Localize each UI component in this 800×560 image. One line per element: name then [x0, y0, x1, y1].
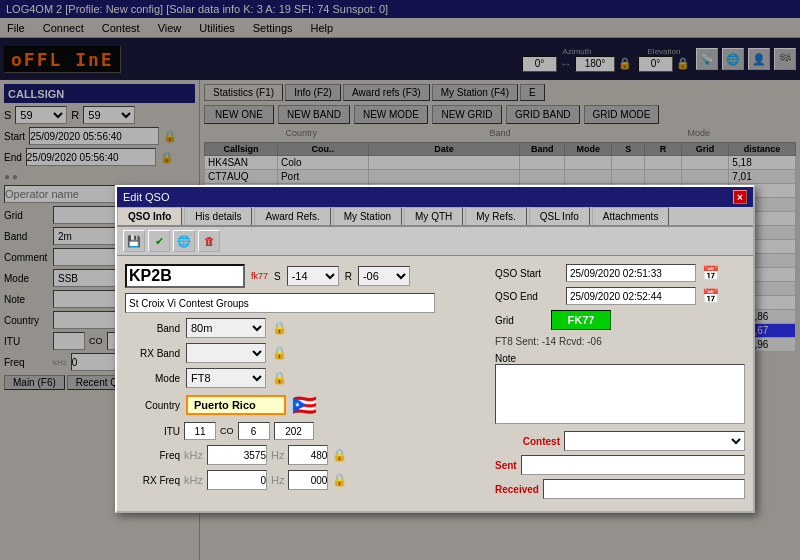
modal-content: fk77 S -14 R -06 Band 80m 🔒: [125, 264, 745, 503]
modal-left-col: fk77 S -14 R -06 Band 80m 🔒: [125, 264, 485, 503]
modal-sent-row: Sent: [495, 455, 745, 475]
qso-start-calendar[interactable]: 📅: [702, 265, 719, 281]
modal-mode-lock: 🔒: [272, 371, 287, 385]
modal-co-label: CO: [220, 426, 234, 436]
modal-r-label: R: [345, 271, 352, 282]
modal-grid-value: FK77: [551, 310, 611, 330]
qso-end-label: QSO End: [495, 291, 560, 302]
modal-itu-label: ITU: [125, 426, 180, 437]
modal-rxfreq-hz-input[interactable]: [288, 470, 328, 490]
modal-rxfreq-hz-unit: Hz: [271, 474, 284, 486]
modal-band-select[interactable]: 80m: [186, 318, 266, 338]
modal-band-lock: 🔒: [272, 321, 287, 335]
modal-rxfreq-khz-input[interactable]: [207, 470, 267, 490]
modal-tab-qth[interactable]: My QTH: [404, 207, 463, 225]
modal-mode-select[interactable]: FT8: [186, 368, 266, 388]
modal-tab-his[interactable]: His details: [184, 207, 252, 225]
modal-sent-input[interactable]: [521, 455, 745, 475]
modal-callsign-row: fk77 S -14 R -06: [125, 264, 485, 288]
modal-co-input[interactable]: [238, 422, 270, 440]
modal-note-row: Note: [495, 352, 745, 426]
modal-itu-row: ITU CO: [125, 422, 485, 440]
modal-title-bar: Edit QSO ×: [117, 187, 753, 207]
modal-body: fk77 S -14 R -06 Band 80m 🔒: [117, 256, 753, 511]
modal-contest-select[interactable]: [564, 431, 745, 451]
modal-freq-unit: kHz: [184, 449, 203, 461]
modal-rxfreq-unit: kHz: [184, 474, 203, 486]
modal-r-select[interactable]: -06: [358, 266, 410, 286]
modal-note-textarea[interactable]: [495, 364, 745, 424]
modal-close-btn[interactable]: ×: [733, 190, 747, 204]
modal-received-input[interactable]: [543, 479, 745, 499]
qso-start-row: QSO Start 📅: [495, 264, 745, 282]
modal-tab-award[interactable]: Award Refs.: [254, 207, 330, 225]
modal-country-row-label: Country: [125, 400, 180, 411]
pr-flag-icon: 🇵🇷: [292, 393, 317, 417]
modal-right-col: QSO Start 📅 QSO End 📅 Grid FK77: [495, 264, 745, 503]
modal-tab-qso[interactable]: QSO Info: [117, 207, 182, 225]
modal-contest-row: Contest: [495, 431, 745, 451]
modal-rxfreq-label: RX Freq: [125, 475, 180, 486]
modal-freq-label: Freq: [125, 450, 180, 461]
modal-save-btn[interactable]: 💾: [123, 230, 145, 252]
modal-mode-row: Mode FT8 🔒: [125, 368, 485, 388]
modal-tabs: QSO Info His details Award Refs. My Stat…: [117, 207, 753, 227]
modal-note-label: Note: [495, 353, 516, 364]
qso-start-input[interactable]: [566, 264, 696, 282]
callsign-note: fk77: [251, 271, 268, 281]
qso-end-input[interactable]: [566, 287, 696, 305]
modal-tab-myrefs[interactable]: My Refs.: [465, 207, 526, 225]
modal-mode-label: Mode: [125, 373, 180, 384]
edit-qso-modal: Edit QSO × QSO Info His details Award Re…: [115, 185, 755, 513]
modal-cq-input[interactable]: [274, 422, 314, 440]
modal-rxband-label: RX Band: [125, 348, 180, 359]
modal-delete-btn[interactable]: 🗑: [198, 230, 220, 252]
modal-comment-text: FT8 Sent: -14 Rcvd: -06: [495, 336, 602, 347]
modal-freq-row: Freq kHz Hz 🔒: [125, 445, 485, 465]
modal-itu-input[interactable]: [184, 422, 216, 440]
modal-tab-attach[interactable]: Attachments: [592, 207, 670, 225]
modal-tab-qsl[interactable]: QSL Info: [529, 207, 590, 225]
qso-end-row: QSO End 📅: [495, 287, 745, 305]
modal-grid-label: Grid: [495, 315, 545, 326]
modal-rxband-lock: 🔒: [272, 346, 287, 360]
qso-end-calendar[interactable]: 📅: [702, 288, 719, 304]
modal-name-row: [125, 293, 485, 313]
modal-freq-hz-unit: Hz: [271, 449, 284, 461]
modal-name-input[interactable]: [125, 293, 435, 313]
modal-s-label: S: [274, 271, 281, 282]
modal-freq-khz-input[interactable]: [207, 445, 267, 465]
modal-received-row: Received: [495, 479, 745, 499]
modal-grid-row: Grid FK77: [495, 310, 745, 330]
modal-rxfreq-row: RX Freq kHz Hz 🔒: [125, 470, 485, 490]
qso-start-label: QSO Start: [495, 268, 560, 279]
modal-freq-lock: 🔒: [332, 448, 347, 462]
modal-contest-label: Contest: [495, 436, 560, 447]
modal-country-value: Puerto Rico: [186, 395, 286, 415]
modal-rxfreq-lock: 🔒: [332, 473, 347, 487]
modal-tab-station[interactable]: My Station: [333, 207, 402, 225]
modal-country-row: Country Puerto Rico 🇵🇷: [125, 393, 485, 417]
modal-toolbar: 💾 ✔ 🌐 🗑: [117, 227, 753, 256]
modal-rxband-select[interactable]: [186, 343, 266, 363]
modal-check-btn[interactable]: ✔: [148, 230, 170, 252]
modal-callsign-input[interactable]: [125, 264, 245, 288]
modal-globe-btn[interactable]: 🌐: [173, 230, 195, 252]
modal-title-text: Edit QSO: [123, 191, 169, 203]
modal-received-label: Received: [495, 484, 539, 495]
modal-freq-hz-input[interactable]: [288, 445, 328, 465]
modal-comment-row: FT8 Sent: -14 Rcvd: -06: [495, 335, 745, 347]
modal-band-label: Band: [125, 323, 180, 334]
modal-band-row: Band 80m 🔒: [125, 318, 485, 338]
modal-sent-label: Sent: [495, 460, 517, 471]
modal-rxband-row: RX Band 🔒: [125, 343, 485, 363]
modal-s-select[interactable]: -14: [287, 266, 339, 286]
